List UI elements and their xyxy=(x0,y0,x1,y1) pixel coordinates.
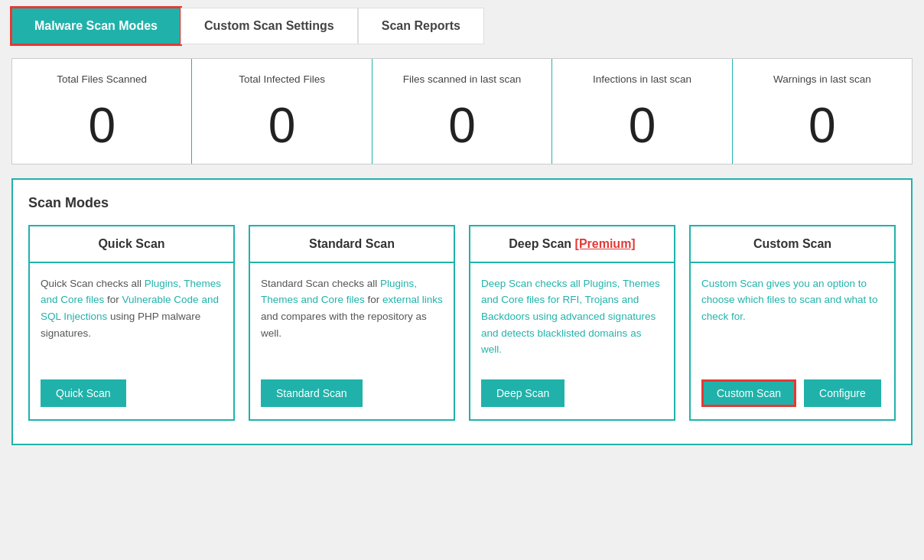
scan-card-quick-scan: Quick Scan Quick Scan checks all Plugins… xyxy=(28,225,235,421)
body-text-deep-4: blacklisted domains xyxy=(538,327,628,339)
body-text-custom-1: Custom Scan gives you an option to choos… xyxy=(701,278,877,322)
scan-card-header-custom-scan: Custom Scan xyxy=(691,226,894,263)
custom-scan-button[interactable]: Custom Scan xyxy=(701,379,796,407)
scan-card-header-deep-scan: Deep Scan [Premium] xyxy=(470,226,674,263)
scan-card-deep-scan: Deep Scan [Premium] Deep Scan checks all… xyxy=(469,225,675,421)
scan-card-body-quick-scan: Quick Scan checks all Plugins, Themes an… xyxy=(30,263,233,370)
tab-scan-reports[interactable]: Scan Reports xyxy=(358,8,484,44)
stat-value-infections-last-scan: 0 xyxy=(560,101,724,150)
configure-button[interactable]: Configure xyxy=(804,379,881,407)
scan-card-footer-deep-scan: Deep Scan xyxy=(470,370,674,419)
body-text-std-1: Standard Scan checks all xyxy=(261,278,380,289)
stat-infections-last-scan: Infections in last scan 0 xyxy=(552,59,732,164)
deep-scan-button[interactable]: Deep Scan xyxy=(481,379,564,407)
scan-card-footer-standard-scan: Standard Scan xyxy=(250,370,454,419)
body-text-quick-1: Quick Scan checks all xyxy=(41,278,145,289)
page-wrapper: Malware Scan Modes Custom Scan Settings … xyxy=(0,0,924,461)
tabs-row: Malware Scan Modes Custom Scan Settings … xyxy=(11,8,913,44)
scan-cards-row: Quick Scan Quick Scan checks all Plugins… xyxy=(28,225,896,421)
stat-value-warnings-last-scan: 0 xyxy=(740,101,904,150)
scan-card-body-custom-scan: Custom Scan gives you an option to choos… xyxy=(691,263,894,370)
quick-scan-button[interactable]: Quick Scan xyxy=(41,379,126,407)
scan-modes-title: Scan Modes xyxy=(28,195,896,211)
stat-files-scanned-last-scan: Files scanned in last scan 0 xyxy=(373,59,552,164)
stat-value-total-infected-files: 0 xyxy=(200,101,363,150)
stat-warnings-last-scan: Warnings in last scan 0 xyxy=(733,59,912,164)
scan-card-header-quick-scan: Quick Scan xyxy=(30,226,233,263)
scan-card-footer-custom-scan: Custom Scan Configure xyxy=(691,370,894,419)
stat-total-infected-files: Total Infected Files 0 xyxy=(192,59,372,164)
deep-scan-title: Deep Scan xyxy=(509,237,571,250)
scan-card-header-standard-scan: Standard Scan xyxy=(250,226,454,263)
stat-value-total-files-scanned: 0 xyxy=(20,101,184,150)
body-text-std-3: for xyxy=(365,294,382,305)
scan-card-footer-quick-scan: Quick Scan xyxy=(30,370,233,419)
stat-label-warnings-last-scan: Warnings in last scan xyxy=(740,73,904,87)
scan-modes-section: Scan Modes Quick Scan Quick Scan checks … xyxy=(11,178,913,445)
stat-label-infections-last-scan: Infections in last scan xyxy=(560,73,724,87)
stat-label-files-scanned-last-scan: Files scanned in last scan xyxy=(380,73,544,87)
stat-value-files-scanned-last-scan: 0 xyxy=(380,101,544,150)
scan-card-custom-scan: Custom Scan Custom Scan gives you an opt… xyxy=(689,225,896,421)
stat-label-total-infected-files: Total Infected Files xyxy=(200,73,363,87)
standard-scan-button[interactable]: Standard Scan xyxy=(261,379,363,407)
body-text-std-5: and compares with the repository as well… xyxy=(261,311,427,339)
scan-card-body-deep-scan: Deep Scan checks all Plugins, Themes and… xyxy=(470,263,674,370)
stats-row: Total Files Scanned 0 Total Infected Fil… xyxy=(11,58,913,164)
body-text-std-4: external links xyxy=(382,294,443,305)
tab-malware-scan-modes[interactable]: Malware Scan Modes xyxy=(11,8,181,44)
stat-total-files-scanned: Total Files Scanned 0 xyxy=(12,59,192,164)
tab-custom-scan-settings[interactable]: Custom Scan Settings xyxy=(181,8,358,44)
scan-card-standard-scan: Standard Scan Standard Scan checks all P… xyxy=(249,225,455,421)
stat-label-total-files-scanned: Total Files Scanned xyxy=(20,73,184,87)
premium-link[interactable]: [Premium] xyxy=(575,237,636,250)
scan-card-body-standard-scan: Standard Scan checks all Plugins, Themes… xyxy=(250,263,454,370)
body-text-quick-3: for xyxy=(104,294,122,305)
